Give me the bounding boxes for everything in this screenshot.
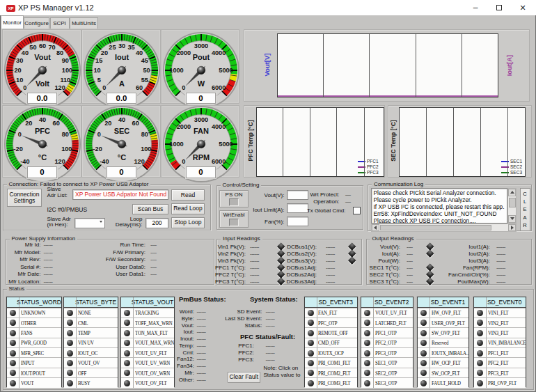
table-row[interactable]: SEC3_OTP xyxy=(361,377,413,387)
table-row[interactable]: FANS xyxy=(7,327,61,337)
table-row[interactable]: IOUTX_OCP xyxy=(305,347,358,357)
scan-bus-button[interactable]: Scan Bus xyxy=(132,204,168,215)
table-row[interactable]: OFF xyxy=(64,368,118,377)
scroll-right-icon[interactable] xyxy=(508,224,516,231)
field-value[interactable]: ------ xyxy=(266,357,275,363)
clear-log-button[interactable]: CLEAR xyxy=(520,188,530,232)
read-button[interactable]: Read xyxy=(171,189,205,201)
table-row[interactable]: VOUT_UV_WRN xyxy=(121,357,174,367)
table-row-label: VOUT_UV_FLT xyxy=(375,310,407,316)
table-row[interactable]: NONE xyxy=(64,308,118,317)
table-row[interactable]: VOUT_MAX_WRN xyxy=(121,338,174,347)
table-row[interactable]: FAN_FLT xyxy=(305,308,358,317)
field-value[interactable]: ------ xyxy=(266,323,275,329)
field-value[interactable]: ------ xyxy=(197,377,206,384)
maximize-button[interactable] xyxy=(489,0,510,15)
table-row[interactable]: PFC1_OTP xyxy=(361,327,413,337)
field-value[interactable]: ------ xyxy=(266,343,275,350)
field-value[interactable]: ------ xyxy=(266,309,275,315)
table-row[interactable]: PFC2_FLT xyxy=(474,357,526,367)
adaptor-status-field[interactable]: XP Power USB Adpator Not Found xyxy=(72,189,168,200)
field-value[interactable]: ------ xyxy=(266,316,275,322)
table-row[interactable]: LATCHED_FLT xyxy=(361,317,413,327)
field-value[interactable]: ------ xyxy=(197,363,206,370)
table-row[interactable]: TON_MAX_FLT xyxy=(121,327,174,337)
table-row[interactable]: VOUT_UV_FLT xyxy=(121,347,174,357)
table-row[interactable]: VIN1_FLT xyxy=(474,308,526,317)
table-row[interactable]: VOUT_OV_WRN xyxy=(121,368,174,377)
table-row[interactable]: TEMP xyxy=(64,327,118,337)
table-row[interactable]: UNKNOWN xyxy=(7,308,61,317)
communication-log-text[interactable]: Please check PICkit Serial Analyzer conn… xyxy=(371,188,508,224)
table-row[interactable]: SW_OCP_FLT xyxy=(418,368,468,377)
table-row[interactable]: MFR_SPEC xyxy=(7,347,61,357)
table-row[interactable]: IOUT/POUT xyxy=(7,368,61,377)
table-row[interactable]: IOUT_OC xyxy=(64,347,118,357)
tab-monitor[interactable]: Monitor xyxy=(1,15,24,29)
tab-scpi[interactable]: SCPI xyxy=(50,17,70,29)
table-row[interactable]: PRI_COM3_FLT xyxy=(305,377,358,387)
table-row[interactable]: REMOTE_OFF xyxy=(305,327,358,337)
log-hscroll-thumb[interactable] xyxy=(380,225,491,231)
ps-on-toggle[interactable]: PS ON xyxy=(219,190,249,207)
table-row[interactable]: FAULT_HOLD xyxy=(418,377,468,387)
table-row[interactable]: SEC1_OTP xyxy=(361,357,413,367)
tab-configure[interactable]: Configure xyxy=(24,17,49,29)
table-row[interactable]: HW_OCP_FLT xyxy=(418,357,468,367)
minimize-button[interactable]: – xyxy=(465,0,486,15)
table-row[interactable]: PFC3_FLT xyxy=(474,368,526,377)
log-vscroll-thumb[interactable] xyxy=(509,198,516,207)
table-row[interactable]: CML xyxy=(64,317,118,327)
wrt-protect-value: — xyxy=(345,192,351,198)
clear-fault-button[interactable]: Clear Fault xyxy=(228,372,260,383)
table-row[interactable]: VIN_IMBALANCE xyxy=(474,338,526,347)
table-row[interactable]: VOUT_UV_FLT xyxy=(361,308,413,317)
table-row[interactable]: PRI_COM2_FLT xyxy=(305,368,358,377)
table-row[interactable]: VOUT_OV_FLT xyxy=(121,377,174,387)
close-button[interactable]: ✕ xyxy=(512,0,533,15)
table-row[interactable]: HW_OVP_FLT xyxy=(418,308,468,317)
connection-settings-button[interactable]: Connection Settings xyxy=(7,189,42,207)
table-row[interactable]: PFC1_FLT xyxy=(474,347,526,357)
stop-loop-button[interactable]: Stop Loop xyxy=(171,217,205,228)
log-vertical-scrollbar[interactable] xyxy=(507,188,517,224)
table-row[interactable]: PFC_OTP xyxy=(305,317,358,327)
table-row[interactable]: SW_OVP_FLT xyxy=(418,327,468,337)
field-value[interactable]: ------ xyxy=(197,336,206,343)
table-row[interactable]: VOUT_OV xyxy=(64,357,118,367)
field-value[interactable]: ------ xyxy=(197,370,206,377)
field-value[interactable]: ------ xyxy=(197,329,206,336)
field-label: DCBus1Adj: xyxy=(254,265,317,272)
loop-delay-input[interactable]: 200 xyxy=(145,218,168,228)
table-row[interactable]: VOUT xyxy=(7,377,61,387)
table-row[interactable]: VIN3_FLT xyxy=(474,327,526,337)
slave-adr-combobox[interactable] xyxy=(74,218,105,228)
table-row[interactable]: TOFF_MAX_WRN xyxy=(121,317,174,327)
table-row[interactable]: IOUTX_IMBALA.. xyxy=(418,347,468,357)
table-row[interactable]: VIN UV xyxy=(64,338,118,347)
log-horizontal-scrollbar[interactable] xyxy=(371,224,517,232)
tx-global-cmd-checkbox[interactable] xyxy=(353,207,361,214)
table-row[interactable]: PFC2_OTP xyxy=(361,338,413,347)
table-row[interactable]: PWR_GOOD xyxy=(7,338,61,347)
scroll-down-icon[interactable] xyxy=(508,215,516,223)
table-row[interactable]: OTHER xyxy=(7,317,61,327)
table-header: SD_EVENT3 xyxy=(305,297,358,308)
table-row[interactable]: VIN2_FLT xyxy=(474,317,526,327)
scroll-up-icon[interactable] xyxy=(508,189,516,196)
read-loop-button[interactable]: Read Loop xyxy=(171,203,205,214)
table-row[interactable]: TRACKING xyxy=(121,308,174,317)
table-row[interactable]: Reserved xyxy=(418,338,468,347)
fan-set-input[interactable] xyxy=(287,217,308,226)
field-value[interactable]: ------ xyxy=(266,350,275,356)
table-row[interactable]: USER_OVP_FLT xyxy=(418,317,468,327)
table-row[interactable]: PRI_COM1_FLT xyxy=(305,357,358,367)
table-row[interactable]: INPUT xyxy=(7,357,61,367)
table-row[interactable]: PFC3_OTP xyxy=(361,347,413,357)
table-row[interactable]: SEC2_OTP xyxy=(361,368,413,377)
scroll-left-icon[interactable] xyxy=(372,224,379,231)
table-row[interactable]: PRI_OVP_FLT xyxy=(474,377,526,387)
table-row[interactable]: CMD_OFF xyxy=(305,338,358,347)
table-row[interactable]: BUSY xyxy=(64,377,118,387)
tab-multiunits[interactable]: MultiUnits xyxy=(70,17,98,29)
